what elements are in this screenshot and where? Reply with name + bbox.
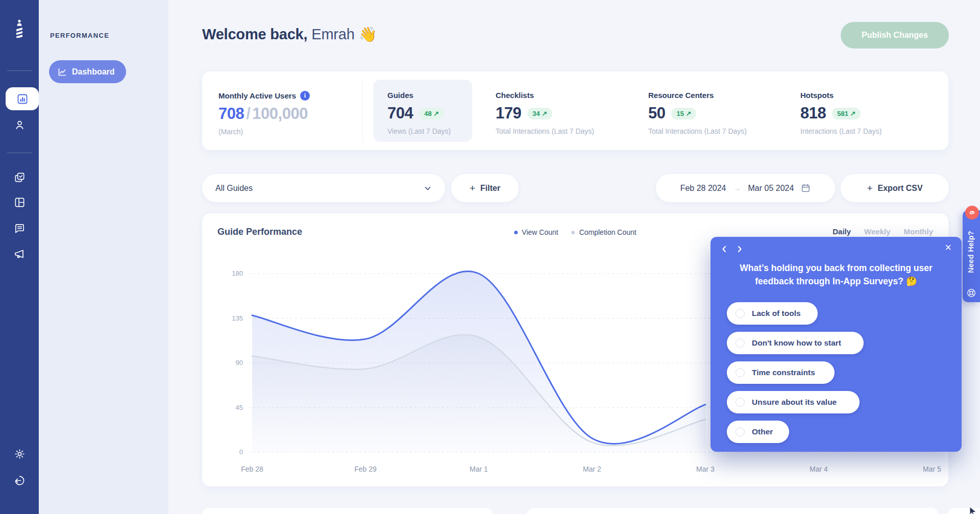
sidebar-item-settings[interactable] [0,448,39,460]
svg-text:Feb 28: Feb 28 [241,465,263,473]
survey-option-other[interactable]: Other [727,421,789,443]
stat-checklists[interactable]: Checklists 179 34 ↗ Total Interactions (… [496,91,594,135]
stat-sub: Interactions (Last 7 Days) [800,127,882,135]
svg-text:Mar 1: Mar 1 [470,465,488,473]
stat-card-guides-selected[interactable]: Guides 704 48 ↗ Views (Last 7 Days) [373,80,472,142]
nav-dashboard[interactable]: Dashboard [49,60,126,83]
sidebar-item-logout[interactable] [0,475,39,486]
need-help-tab[interactable]: 6 Need Help? [963,210,980,302]
option-label: Unsure about its value [752,398,837,407]
option-label: Other [752,427,773,436]
mau-value: 708 [218,105,244,123]
need-help-label: Need Help? [967,231,975,273]
chevron-left-icon[interactable] [721,245,728,253]
stats-divider [362,79,363,143]
stat-value: 818 [800,104,826,123]
sidebar-item-dashboard-active[interactable] [6,87,39,110]
bottom-card-left [202,508,493,514]
survey-popup: × What’s holding you back from collectin… [710,237,962,452]
chevron-down-icon [424,184,432,192]
calendar-icon [801,183,811,193]
info-icon[interactable]: i [300,91,310,101]
logout-icon [14,475,26,486]
stat-monthly-active-users: Monthly Active Users i 708/100,000 (Marc… [218,91,310,136]
stat-resource-centers[interactable]: Resource Centers 50 15 ↗ Total Interacti… [648,91,747,135]
sidebar-divider [7,70,32,71]
stat-value: 179 [496,104,521,123]
stat-value: 50 [648,104,665,123]
stat-label: Guides [387,91,413,100]
wave-emoji: 👋 [359,26,377,42]
bottom-card-right [527,508,938,514]
date-range-picker[interactable]: Feb 28 2024 → Mar 05 2024 [656,174,835,202]
delta-badge: 581 ↗ [832,108,861,119]
lifebuoy-icon [966,288,976,298]
date-to: Mar 05 2024 [748,184,794,193]
trend-up-icon: ↗ [433,110,439,117]
export-csv-button[interactable]: + Export CSV [841,174,949,202]
sidebar-item-users[interactable] [0,119,39,131]
guide-select[interactable]: All Guides [202,174,445,202]
date-arrow-icon: → [733,184,741,192]
sidebar-item-guides[interactable] [0,172,39,183]
option-label: Time constraints [752,368,815,377]
stats-card: Monthly Active Users i 708/100,000 (Marc… [202,71,948,150]
svg-text:180: 180 [232,270,243,277]
svg-text:135: 135 [232,314,243,322]
greeting-name: Emrah [311,26,354,42]
tasks-icon [14,172,26,183]
svg-text:0: 0 [239,448,243,456]
survey-option-unsure-about-its-value[interactable]: Unsure about its value [727,391,860,413]
svg-text:Mar 5: Mar 5 [923,465,941,473]
chat-icon [14,223,26,234]
stat-hotspots[interactable]: Hotspots 818 581 ↗ Interactions (Last 7 … [800,91,882,135]
stat-value: 704 [387,104,413,123]
close-icon[interactable]: × [945,242,951,253]
secondary-sidebar: PERFORMANCE Dashboard [39,0,168,514]
help-notification-badge: 6 [965,206,979,219]
mau-separator: / [244,105,252,123]
svg-text:Feb 29: Feb 29 [354,465,377,473]
guide-select-value: All Guides [215,184,253,193]
sidebar [0,0,39,514]
mau-period: (March) [218,128,310,136]
filter-button-label: Filter [480,184,500,193]
delta-badge: 48 ↗ [419,108,444,119]
greeting-bold: Welcome back, [202,26,307,42]
filter-button[interactable]: + Filter [451,174,519,202]
svg-text:90: 90 [236,359,243,366]
survey-nav [721,245,743,253]
sidebar-item-announcements[interactable] [0,248,39,260]
user-icon [14,119,26,131]
chevron-right-icon[interactable] [736,245,743,253]
mouse-cursor [969,506,978,514]
section-label: PERFORMANCE [50,32,109,39]
survey-option-dont-know-how-to-start[interactable]: Don't know how to start [727,332,864,354]
mau-label: Monthly Active Users [218,91,296,100]
radio-icon [736,368,745,377]
publish-changes-button[interactable]: Publish Changes [841,22,949,48]
trend-up-icon: ↗ [686,110,692,117]
mau-limit: 100,000 [252,105,308,123]
page-title: Welcome back, Emrah 👋 [202,26,377,43]
trend-up-icon: ↗ [542,110,547,117]
stat-label: Checklists [496,91,534,100]
trend-up-icon: ↗ [850,110,856,117]
plus-icon: + [867,183,872,194]
bar-chart-icon [16,93,29,105]
radio-icon [736,427,745,436]
stat-sub: Total Interactions (Last 7 Days) [648,127,747,135]
survey-option-time-constraints[interactable]: Time constraints [727,361,835,384]
nav-dashboard-label: Dashboard [72,67,115,77]
sidebar-item-surveys[interactable] [0,223,39,234]
sidebar-item-resource-center[interactable] [0,197,39,208]
survey-option-lack-of-tools[interactable]: Lack of tools [727,302,818,325]
svg-text:Mar 2: Mar 2 [583,465,601,473]
delta-badge: 34 ↗ [527,108,552,119]
stat-guides: Guides 704 48 ↗ Views (Last 7 Days) [387,91,451,135]
app-logo-icon[interactable] [0,19,39,38]
delta-badge: 15 ↗ [671,108,696,119]
option-label: Don't know how to start [752,338,841,348]
gear-icon [14,448,26,460]
plus-icon: + [470,183,475,194]
